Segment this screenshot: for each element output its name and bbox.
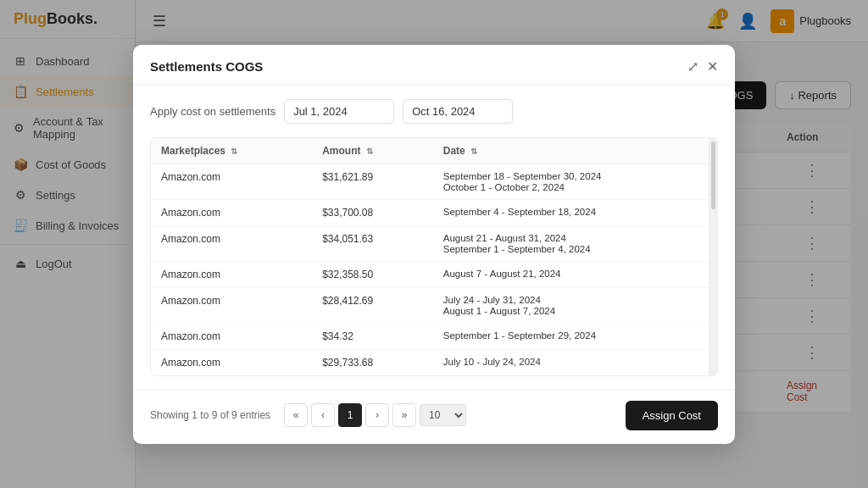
scrollbar[interactable] bbox=[709, 138, 717, 375]
col-amount-header: Amount ⇅ bbox=[322, 145, 443, 157]
marketplace-cell: Amazon.com bbox=[161, 207, 322, 219]
date-cell: September 1 - September 29, 2024 bbox=[443, 330, 685, 341]
sort-amount-icon[interactable]: ⇅ bbox=[366, 147, 373, 156]
date-from-input[interactable] bbox=[284, 99, 394, 124]
modal-footer: Showing 1 to 9 of 9 entries « ‹ 1 › » 10… bbox=[133, 390, 735, 444]
page-last-button[interactable]: » bbox=[392, 403, 416, 427]
date-line: October 1 - October 2, 2024 bbox=[443, 182, 685, 192]
date-to-input[interactable] bbox=[403, 99, 513, 124]
date-cell: August 7 - August 21, 2024 bbox=[443, 269, 685, 279]
date-cell: July 10 - July 24, 2024 bbox=[443, 357, 685, 367]
marketplace-cell: Amazon.com bbox=[161, 330, 322, 342]
scroll-thumb bbox=[711, 141, 715, 209]
page-first-button[interactable]: « bbox=[284, 403, 308, 427]
modal-table-scroll: Marketplaces ⇅ Amount ⇅ Date ⇅ bbox=[151, 138, 709, 375]
date-cell: September 18 - September 30, 2024October… bbox=[443, 171, 685, 192]
date-line: September 1 - September 29, 2024 bbox=[443, 330, 685, 341]
modal-table-row: Amazon.com $33,700.08 September 4 - Sept… bbox=[151, 200, 709, 226]
marketplace-cell: Amazon.com bbox=[161, 295, 322, 307]
amount-cell: $32,358.50 bbox=[322, 269, 443, 280]
sort-date-icon[interactable]: ⇅ bbox=[470, 147, 477, 156]
modal-table-row: Amazon.com $32,358.50 August 7 - August … bbox=[151, 262, 709, 288]
modal-overlay[interactable]: Settlements COGS ⤢ ✕ Apply cost on settl… bbox=[0, 0, 868, 488]
assign-cost-button[interactable]: Assign Cost bbox=[626, 401, 718, 430]
page-prev-button[interactable]: ‹ bbox=[311, 403, 335, 427]
amount-cell: $34.32 bbox=[322, 330, 443, 342]
amount-cell: $34,051.63 bbox=[322, 233, 443, 245]
modal-title: Settlements COGS bbox=[150, 59, 263, 74]
expand-modal-button[interactable]: ⤢ bbox=[687, 58, 698, 75]
col-date-header: Date ⇅ bbox=[443, 145, 685, 157]
date-range-label: Apply cost on settlements bbox=[150, 105, 275, 118]
page-1-button[interactable]: 1 bbox=[338, 403, 362, 427]
amount-cell: $28,412.69 bbox=[322, 295, 443, 307]
modal-table-header: Marketplaces ⇅ Amount ⇅ Date ⇅ bbox=[151, 138, 709, 164]
date-line: September 18 - September 30, 2024 bbox=[443, 171, 685, 181]
date-cell: August 21 - August 31, 2024September 1 -… bbox=[443, 233, 685, 254]
modal-table-container: Marketplaces ⇅ Amount ⇅ Date ⇅ bbox=[150, 137, 718, 376]
date-line: July 24 - July 31, 2024 bbox=[443, 295, 685, 305]
amount-cell: $33,700.08 bbox=[322, 207, 443, 219]
modal-table-row: Amazon.com $28,412.69 July 24 - July 31,… bbox=[151, 288, 709, 324]
modal-table-row: Amazon.com $34.32 September 1 - Septembe… bbox=[151, 324, 709, 350]
settlements-cogs-modal: Settlements COGS ⤢ ✕ Apply cost on settl… bbox=[133, 45, 735, 444]
close-modal-button[interactable]: ✕ bbox=[707, 58, 718, 75]
amount-cell: $29,733.68 bbox=[322, 357, 443, 369]
sort-marketplaces-icon[interactable]: ⇅ bbox=[231, 147, 237, 156]
modal-header-icons: ⤢ ✕ bbox=[687, 58, 718, 75]
date-cell: September 4 - September 18, 2024 bbox=[443, 207, 685, 217]
page-size-select[interactable]: 10 25 50 100 bbox=[420, 404, 466, 426]
date-line: September 1 - September 4, 2024 bbox=[443, 244, 685, 254]
modal-table-row: Amazon.com $29,733.68 July 10 - July 24,… bbox=[151, 350, 709, 375]
date-line: July 10 - July 24, 2024 bbox=[443, 357, 685, 367]
marketplace-cell: Amazon.com bbox=[161, 233, 322, 245]
modal-table-body: Amazon.com $31,621.89 September 18 - Sep… bbox=[151, 164, 709, 375]
modal-table-row: Amazon.com $31,621.89 September 18 - Sep… bbox=[151, 164, 709, 200]
marketplace-cell: Amazon.com bbox=[161, 171, 322, 183]
date-line: September 4 - September 18, 2024 bbox=[443, 207, 685, 217]
modal-body: Apply cost on settlements Marketplaces ⇅… bbox=[133, 86, 735, 390]
pagination-controls: « ‹ 1 › » 10 25 50 100 bbox=[284, 403, 466, 427]
col-marketplaces-header: Marketplaces ⇅ bbox=[161, 145, 322, 157]
date-line: August 21 - August 31, 2024 bbox=[443, 233, 685, 243]
modal-header: Settlements COGS ⤢ ✕ bbox=[133, 45, 735, 86]
modal-table-row: Amazon.com $34,051.63 August 21 - August… bbox=[151, 226, 709, 262]
amount-cell: $31,621.89 bbox=[322, 171, 443, 183]
date-cell: July 24 - July 31, 2024August 1 - August… bbox=[443, 295, 685, 316]
marketplace-cell: Amazon.com bbox=[161, 269, 322, 280]
date-range-row: Apply cost on settlements bbox=[150, 99, 718, 124]
page-next-button[interactable]: › bbox=[365, 403, 389, 427]
date-line: August 1 - August 7, 2024 bbox=[443, 306, 685, 316]
pagination-info: Showing 1 to 9 of 9 entries bbox=[150, 409, 270, 421]
marketplace-cell: Amazon.com bbox=[161, 357, 322, 369]
date-line: August 7 - August 21, 2024 bbox=[443, 269, 685, 279]
